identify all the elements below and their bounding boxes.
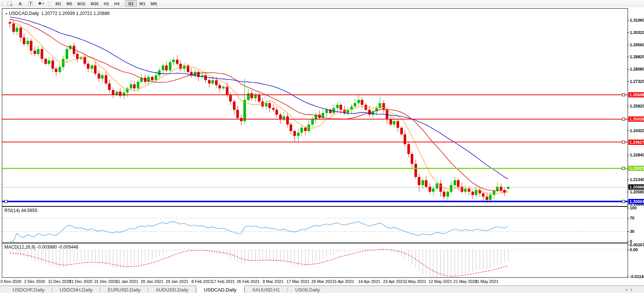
timeframe-button-h1[interactable]: H1 [101, 1, 111, 6]
price-tick-label: 1.28080 [630, 67, 644, 71]
date-label: 20 Jan 2021 [141, 279, 164, 284]
macd-axis-label: 0.00 [630, 247, 638, 252]
chart-ohlc-values: 1.20772 1.20939 1.20721 1.20886 [41, 11, 110, 16]
timeframe-button-w1[interactable]: W1 [137, 1, 148, 6]
rsi-axis-label: 0 [630, 239, 632, 244]
date-axis[interactable]: 23 Nov 20202 Dec 202011 Dec 202021 Dec 2… [2, 278, 628, 286]
price-tag: 1.22021 [628, 166, 644, 171]
chart-tab-usoil[interactable]: USOil,Daily [288, 286, 327, 293]
text-label-tool-button[interactable]: T [26, 1, 35, 7]
font-tool-button[interactable]: A [15, 1, 25, 7]
rsi-axis-label: 100 [630, 206, 637, 210]
text-label-icon: T [28, 1, 33, 6]
f-glyph: F [10, 3, 12, 7]
toolbar-grip[interactable] [1, 1, 3, 6]
dropdown-caret-icon: ▾ [42, 2, 44, 5]
chart-tabs: USDCHF,DailyUSDCNH,DailyEURUSD,DailyAUDU… [5, 286, 327, 293]
price-tick-label: 1.21340 [630, 177, 644, 182]
tab-scroll-right-icon[interactable]: ▸ [631, 287, 637, 292]
rsi-axis-label: 30 [630, 229, 634, 234]
grid-f-tool-button[interactable]: F [5, 1, 15, 7]
macd-panel: MACD(12,26,9) -0.003980 -0.005446 [2, 243, 628, 278]
date-label: 14 Apr 2021 [358, 279, 380, 284]
chart-tab-usdcad[interactable]: USDCAD,Daily [196, 286, 244, 293]
date-label: 26 Mar 2021 [312, 279, 335, 284]
price-tag: 1.20886 [628, 184, 644, 190]
date-label: 12 May 2021 [429, 279, 452, 284]
chart-tab-xauusd[interactable]: XAUUSD,H1 [245, 286, 287, 293]
timeframe-button-m15[interactable]: M15 [75, 1, 88, 6]
date-label: 23 Nov 2020 [0, 279, 21, 284]
price-tag: 1.20004 [628, 199, 644, 204]
chart-tab-bar: USDCHF,DailyUSDCNH,DailyEURUSD,DailyAUDU… [0, 286, 644, 293]
date-label: 2 Dec 2020 [24, 279, 45, 284]
date-label: 31 Dec 2020 [94, 279, 117, 284]
date-label: 8 Feb 2021 [192, 279, 212, 284]
rsi-canvas[interactable] [2, 207, 628, 243]
price-tick-label: 1.20580 [630, 190, 644, 194]
chart-collapse-icon[interactable]: ▼ [5, 12, 8, 16]
price-tick-label: 1.19840 [630, 202, 644, 206]
rsi-label: RSI(14) 44.5855 [4, 208, 37, 213]
price-tick-label: 1.29560 [630, 43, 644, 47]
date-label: 21 May 2021 [454, 279, 477, 284]
timeframe-button-m30[interactable]: M30 [88, 1, 101, 6]
date-label: 11 Dec 2020 [48, 279, 71, 284]
rsi-panel: RSI(14) 44.5855 [2, 206, 628, 243]
font-icon: A [19, 1, 22, 6]
price-tag: 1.25026 [628, 116, 644, 122]
objects-tool-button[interactable]: ❖ ▾ [36, 1, 46, 7]
date-label: 11 Jan 2021 [116, 279, 138, 284]
chart-tab-usdchf[interactable]: USDCHF,Daily [5, 286, 52, 293]
main-chart-panel: ▼USDCAD,Daily1.20772 1.20939 1.20721 1.2… [2, 8, 628, 206]
main-chart-canvas[interactable] [2, 9, 628, 206]
macd-axis-label: 0.002074 [630, 243, 644, 247]
price-tick-label: 1.30320 [630, 30, 644, 35]
date-label: 17 Mar 2021 [287, 279, 310, 284]
price-tick-label: 1.28820 [630, 54, 644, 59]
date-label: 23 Apr 2021 [383, 279, 405, 284]
timeframe-button-mn[interactable]: MN [148, 1, 160, 6]
timeframe-button-d1[interactable]: D1 [126, 0, 137, 7]
date-label: 26 Feb 2021 [237, 279, 260, 284]
price-tick-label: 1.27320 [630, 79, 644, 84]
macd-label: MACD(12,26,9) -0.003980 -0.005446 [4, 244, 78, 250]
date-label: 21 Dec 2020 [69, 279, 92, 284]
date-label: 31 May 2021 [475, 279, 499, 284]
date-label: 8 Mar 2021 [263, 279, 284, 284]
date-label: 5 Apr 2021 [334, 279, 354, 284]
macd-canvas[interactable] [2, 243, 628, 277]
mt4-terminal: F A T ❖ ▾ M1M5M15M30H1H4D1W1MN ▼USDCAD,D… [0, 0, 644, 293]
tab-scroll-arrows: ◂▸ [625, 287, 637, 292]
chart-tab-eurusd[interactable]: EURUSD,Daily [100, 286, 148, 293]
macd-axis-label: -0.011462 [630, 274, 644, 279]
timeframe-button-h4[interactable]: H4 [111, 1, 122, 6]
timeframe-button-m1[interactable]: M1 [53, 1, 64, 6]
price-tick-label: 1.24320 [630, 128, 644, 133]
chart-tab-audusd[interactable]: AUDUSD,Daily [148, 286, 196, 293]
date-label: 29 Jan 2021 [166, 279, 189, 284]
chart-symbol-period: USDCAD,Daily [9, 11, 39, 16]
chart-title: ▼USDCAD,Daily1.20772 1.20939 1.20721 1.2… [5, 11, 110, 16]
price-tick-label: 1.25820 [630, 104, 644, 108]
chart-tab-usdcnh[interactable]: USDCNH,Daily [52, 286, 100, 293]
objects-icon: ❖ [38, 1, 42, 6]
timeframe-button-m5[interactable]: M5 [64, 1, 75, 6]
date-label: 17 Feb 2021 [212, 279, 235, 284]
price-tag: 1.26508 [628, 92, 644, 97]
price-tag: 1.23627 [628, 140, 644, 145]
toolbar-grip[interactable] [48, 1, 50, 6]
chart-window: ▼USDCAD,Daily1.20772 1.20939 1.20721 1.2… [0, 7, 644, 286]
price-tick-label: 1.31060 [630, 18, 644, 22]
date-label: 3 May 2021 [405, 279, 426, 284]
price-tick-label: 1.22840 [630, 153, 644, 157]
rsi-axis-label: 70 [630, 216, 634, 220]
tab-scroll-left-icon[interactable]: ◂ [625, 287, 631, 292]
timeframe-group: M1M5M15M30H1H4D1W1MN [53, 0, 160, 7]
toolbar: F A T ❖ ▾ M1M5M15M30H1H4D1W1MN [0, 0, 644, 7]
